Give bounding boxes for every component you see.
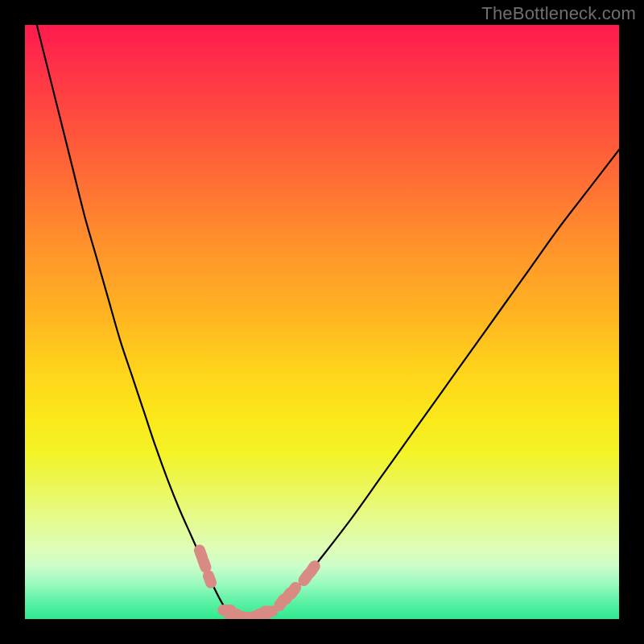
data-marker: [311, 566, 315, 572]
chart-frame: TheBottleneck.com: [0, 0, 644, 644]
bottleneck-curve: [25, 25, 619, 619]
svg-line-15: [311, 566, 315, 572]
svg-line-1: [203, 560, 205, 567]
data-marker: [291, 588, 295, 593]
curve-path: [37, 25, 619, 618]
svg-line-13: [291, 588, 295, 593]
svg-line-2: [208, 576, 211, 582]
watermark-text: TheBottleneck.com: [481, 3, 636, 24]
plot-area: [25, 25, 619, 619]
data-marker: [203, 560, 205, 567]
data-marker: [208, 576, 211, 582]
